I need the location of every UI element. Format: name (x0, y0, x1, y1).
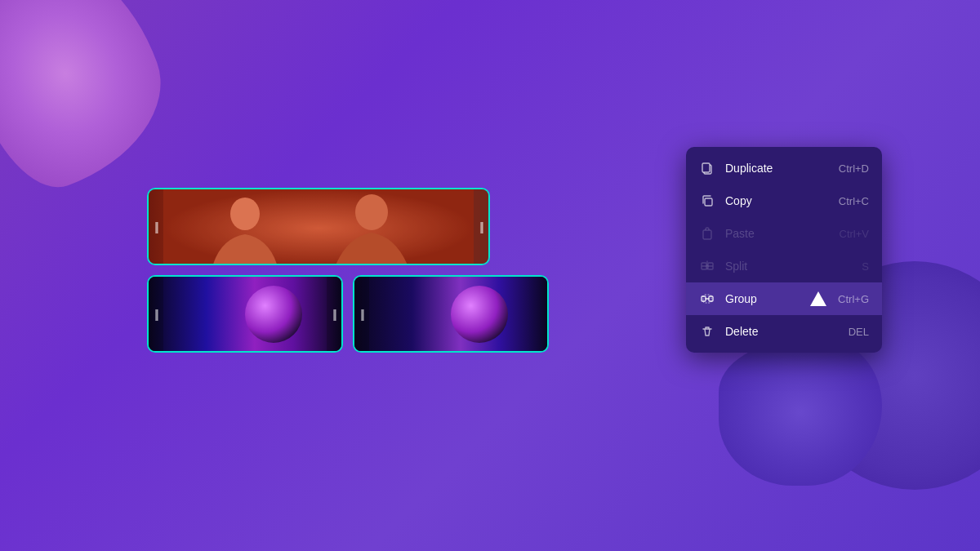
clip-bottom-right-handle-left[interactable]: || (354, 277, 369, 351)
menu-label-copy: Copy (725, 194, 839, 207)
menu-shortcut-split: S (862, 260, 869, 273)
orb-left (245, 286, 302, 343)
clips-bottom-row: || || || || (147, 275, 549, 353)
clips-area: || (147, 188, 549, 353)
menu-label-duplicate: Duplicate (725, 162, 839, 175)
clip-purple-right[interactable]: || || (353, 275, 549, 353)
svg-rect-6 (705, 198, 712, 206)
menu-item-copy[interactable]: Copy Ctrl+C (686, 184, 882, 217)
svg-rect-7 (703, 230, 711, 239)
menu-item-split[interactable]: Split S (686, 250, 882, 282)
clip-bottom-left-thumbnail (163, 277, 327, 351)
decorative-blob-bottom-right (719, 339, 882, 486)
group-icon (699, 291, 715, 307)
menu-shortcut-copy: Ctrl+C (839, 195, 869, 207)
menu-label-split: Split (725, 260, 862, 273)
paste-icon (699, 225, 715, 242)
duplicate-icon (699, 160, 715, 176)
menu-item-group[interactable]: Group Ctrl+G (686, 282, 882, 315)
menu-item-delete[interactable]: Delete DEL (686, 315, 882, 348)
menu-item-paste[interactable]: Paste Ctrl+V (686, 217, 882, 250)
delete-icon (699, 323, 715, 340)
clip-bottom-left-handle-right[interactable]: || (327, 277, 341, 351)
clip-video-top[interactable]: || (147, 188, 490, 265)
clip-bottom-left-handle-left[interactable]: || (149, 277, 163, 351)
menu-shortcut-paste: Ctrl+V (840, 228, 869, 240)
menu-label-paste: Paste (725, 227, 840, 240)
menu-shortcut-delete: DEL (849, 326, 869, 338)
clip-purple-left[interactable]: || || (147, 275, 343, 353)
decorative-blob-top-left (0, 0, 186, 204)
svg-rect-5 (702, 163, 710, 172)
menu-shortcut-group: Ctrl+G (838, 293, 869, 305)
orb-right (451, 286, 508, 343)
clip-handle-right[interactable]: || (474, 189, 488, 264)
menu-item-duplicate[interactable]: Duplicate Ctrl+D (686, 152, 882, 184)
menu-label-group: Group (725, 292, 838, 305)
video-thumbnail (163, 189, 474, 264)
menu-shortcut-duplicate: Ctrl+D (839, 162, 869, 175)
menu-label-delete: Delete (725, 325, 849, 338)
context-menu: Duplicate Ctrl+D Copy Ctrl+C Paste Ctrl+… (686, 147, 882, 353)
svg-rect-3 (163, 189, 474, 264)
split-icon (699, 258, 715, 274)
clip-handle-left[interactable]: || (149, 189, 163, 264)
copy-icon (699, 193, 715, 209)
clip-bottom-right-thumbnail (369, 277, 532, 351)
